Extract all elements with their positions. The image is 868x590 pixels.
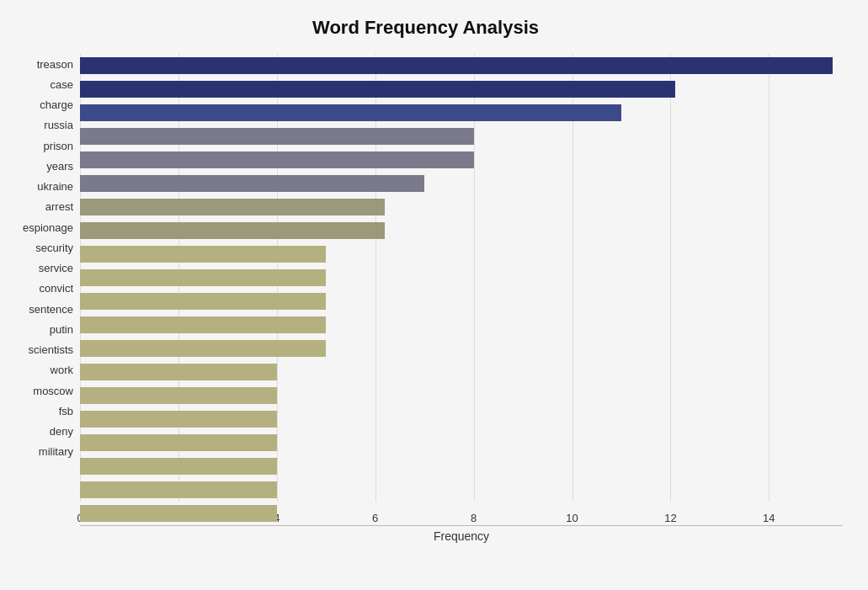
bar-row — [80, 407, 843, 431]
bar-row — [80, 360, 843, 384]
bar-row — [80, 290, 843, 313]
y-axis-label: putin — [50, 319, 73, 339]
bar — [80, 458, 277, 475]
bar-row — [80, 125, 843, 148]
y-axis-label: case — [51, 74, 73, 94]
y-axis-label: treason — [37, 54, 73, 74]
y-axis-label: scientists — [29, 340, 73, 360]
bar-row — [80, 195, 843, 219]
bar — [80, 481, 277, 498]
y-axis-label: deny — [50, 422, 73, 442]
bar-row — [80, 242, 843, 266]
bar-row — [80, 431, 843, 454]
bar-row — [80, 337, 843, 360]
bar — [80, 128, 474, 145]
x-axis: 02468101214 — [80, 525, 843, 526]
bar-row — [80, 502, 843, 525]
bar — [80, 222, 385, 239]
bar-row — [80, 172, 843, 195]
bars-section — [80, 54, 843, 525]
y-axis-label: military — [39, 442, 73, 462]
bar — [80, 411, 277, 428]
y-axis-label: espionage — [23, 217, 73, 237]
y-axis-label: arrest — [45, 197, 73, 217]
bar — [80, 269, 326, 286]
plot-area: 02468101214 Frequency — [80, 54, 843, 486]
bar-row — [80, 384, 843, 407]
y-axis-label: fsb — [59, 401, 73, 421]
bar-row — [80, 54, 843, 77]
y-axis: treasoncasechargerussiaprisonyearsukrain… — [8, 54, 80, 486]
bar — [80, 57, 833, 74]
bar-row — [80, 478, 843, 502]
y-axis-label: convict — [40, 279, 73, 299]
bar-row — [80, 266, 843, 290]
bar — [80, 340, 326, 357]
bar-row — [80, 77, 843, 101]
bar-row — [80, 101, 843, 125]
bar — [80, 434, 277, 451]
y-axis-label: prison — [44, 136, 73, 156]
y-axis-label: russia — [44, 115, 73, 136]
bar — [80, 246, 326, 263]
bar — [80, 175, 424, 192]
chart-title: Word Frequency Analysis — [8, 17, 843, 39]
chart-container: Word Frequency Analysis treasoncasecharg… — [0, 0, 868, 590]
y-axis-label: charge — [40, 95, 73, 115]
bar — [80, 199, 385, 215]
y-axis-label: ukraine — [37, 177, 73, 197]
bar — [80, 505, 277, 522]
bar — [80, 81, 675, 98]
bar-row — [80, 219, 843, 242]
y-axis-label: security — [35, 237, 73, 258]
x-axis-label: Frequency — [80, 529, 843, 543]
y-axis-label: work — [51, 360, 73, 380]
bar — [80, 364, 277, 380]
bar — [80, 293, 326, 310]
y-axis-label: sentence — [29, 299, 73, 319]
bar — [80, 316, 326, 333]
bar — [80, 387, 277, 404]
bar-row — [80, 454, 843, 478]
y-axis-label: moscow — [33, 380, 73, 401]
bar-row — [80, 148, 843, 172]
bar-row — [80, 313, 843, 337]
y-axis-label: years — [46, 156, 73, 176]
y-axis-label: service — [39, 258, 73, 279]
bar — [80, 151, 474, 168]
bar — [80, 104, 621, 121]
